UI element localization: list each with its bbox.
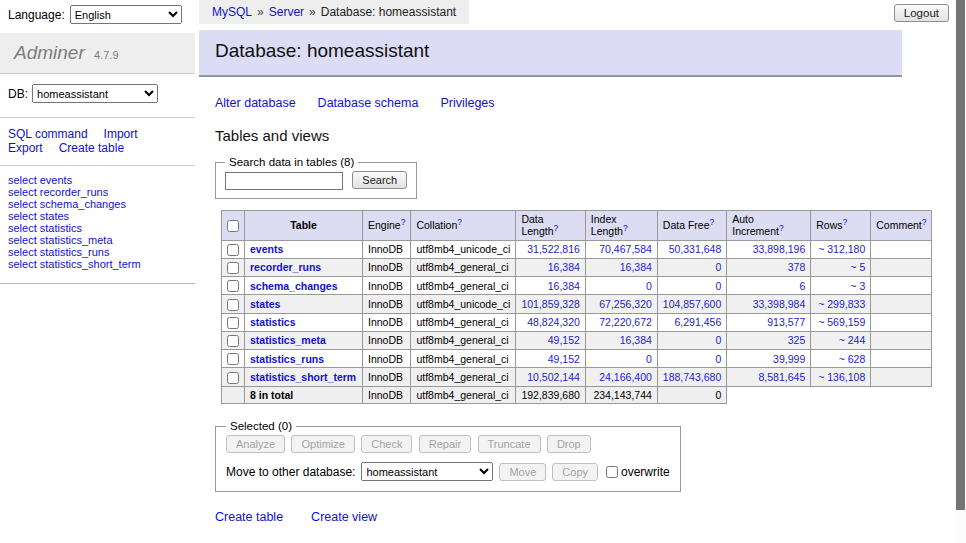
rows-count-link[interactable]: ~ 3 xyxy=(850,280,865,292)
row-checkbox[interactable] xyxy=(227,262,239,274)
table-name-link[interactable]: statistics xyxy=(250,316,296,328)
select-statistics-runs-link[interactable]: select xyxy=(8,246,37,258)
auto-increment-link[interactable]: 33,898,196 xyxy=(753,243,806,255)
table-events-link[interactable]: events xyxy=(40,174,72,186)
truncate-button[interactable]: Truncate xyxy=(478,435,541,453)
row-checkbox[interactable] xyxy=(227,353,239,365)
data-free-link[interactable]: 188,743,680 xyxy=(663,371,721,383)
create-table-link[interactable]: Create table xyxy=(59,141,124,155)
rows-count-link[interactable]: ~ 569,159 xyxy=(818,316,865,328)
rows-count-link[interactable]: ~ 136,108 xyxy=(818,371,865,383)
data-length-link[interactable]: 10,502,144 xyxy=(527,371,580,383)
index-length-link[interactable]: 70,467,584 xyxy=(599,243,652,255)
table-name-link[interactable]: statistics_short_term xyxy=(250,371,356,383)
data-free-link[interactable]: 104,857,600 xyxy=(663,298,721,310)
scrollbar-track[interactable] xyxy=(955,0,966,543)
table-name-link[interactable]: events xyxy=(250,243,283,255)
create-view-link[interactable]: Create view xyxy=(311,510,377,524)
table-name-link[interactable]: states xyxy=(250,298,280,310)
row-checkbox[interactable] xyxy=(227,372,239,384)
data-length-link[interactable]: 16,384 xyxy=(548,280,580,292)
database-schema-link[interactable]: Database schema xyxy=(318,96,419,110)
auto-increment-link[interactable]: 913,577 xyxy=(767,316,805,328)
repair-button[interactable]: Repair xyxy=(419,435,471,453)
auto-increment-link[interactable]: 39,999 xyxy=(773,353,805,365)
select-all-checkbox[interactable] xyxy=(227,220,239,232)
analyze-button[interactable]: Analyze xyxy=(226,435,285,453)
import-link[interactable]: Import xyxy=(104,127,138,141)
data-free-link[interactable]: 0 xyxy=(715,261,721,273)
data-length-help-link[interactable]: ? xyxy=(554,223,559,233)
breadcrumb-server-link[interactable]: Server xyxy=(269,5,304,19)
index-length-help-link[interactable]: ? xyxy=(623,223,628,233)
table-name-link[interactable]: recorder_runs xyxy=(250,261,321,273)
rows-help-link[interactable]: ? xyxy=(843,217,848,227)
row-checkbox[interactable] xyxy=(227,317,239,329)
select-schema-changes-link[interactable]: select xyxy=(8,198,37,210)
index-length-link[interactable]: 24,166,400 xyxy=(599,371,652,383)
export-link[interactable]: Export xyxy=(8,141,43,155)
table-name-link[interactable]: schema_changes xyxy=(250,280,338,292)
create-table-main-link[interactable]: Create table xyxy=(215,510,283,524)
index-length-link[interactable]: 16,384 xyxy=(620,334,652,346)
collation-help-link[interactable]: ? xyxy=(457,217,462,227)
select-states-link[interactable]: select xyxy=(8,210,37,222)
rows-count-link[interactable]: ~ 312,180 xyxy=(818,243,865,255)
auto-increment-link[interactable]: 378 xyxy=(788,261,806,273)
rows-count-link[interactable]: ~ 5 xyxy=(850,261,865,273)
scrollbar-thumb[interactable] xyxy=(956,0,965,510)
comment-help-link[interactable]: ? xyxy=(922,217,927,227)
index-length-link[interactable]: 0 xyxy=(646,280,652,292)
row-checkbox[interactable] xyxy=(227,244,239,256)
rows-count-link[interactable]: ~ 299,833 xyxy=(818,298,865,310)
data-free-help-link[interactable]: ? xyxy=(710,217,715,227)
data-free-link[interactable]: 0 xyxy=(715,353,721,365)
index-length-link[interactable]: 16,384 xyxy=(620,261,652,273)
table-statistics-link[interactable]: statistics xyxy=(40,222,82,234)
data-length-link[interactable]: 101,859,328 xyxy=(521,298,579,310)
data-length-link[interactable]: 16,384 xyxy=(548,261,580,273)
drop-button[interactable]: Drop xyxy=(547,435,591,453)
overwrite-checkbox[interactable] xyxy=(606,466,618,478)
logout-button[interactable]: Logout xyxy=(894,4,949,22)
table-statistics-short-term-link[interactable]: statistics_short_term xyxy=(40,258,141,270)
table-statistics-runs-link[interactable]: statistics_runs xyxy=(40,246,110,258)
data-length-link[interactable]: 49,152 xyxy=(548,353,580,365)
check-button[interactable]: Check xyxy=(361,435,412,453)
auto-increment-help-link[interactable]: ? xyxy=(779,223,784,233)
db-select[interactable]: homeassistant xyxy=(32,84,158,103)
select-statistics-meta-link[interactable]: select xyxy=(8,234,37,246)
data-free-link[interactable]: 6,291,456 xyxy=(675,316,722,328)
breadcrumb-mysql-link[interactable]: MySQL xyxy=(212,5,252,19)
language-select[interactable]: English xyxy=(70,5,182,24)
index-length-link[interactable]: 0 xyxy=(646,353,652,365)
row-checkbox[interactable] xyxy=(227,280,239,292)
select-events-link[interactable]: select xyxy=(8,174,37,186)
data-length-link[interactable]: 48,824,320 xyxy=(527,316,580,328)
index-length-link[interactable]: 72,220,672 xyxy=(599,316,652,328)
select-statistics-link[interactable]: select xyxy=(8,222,37,234)
data-free-link[interactable]: 50,331,648 xyxy=(669,243,722,255)
copy-button[interactable]: Copy xyxy=(552,463,598,481)
search-button[interactable]: Search xyxy=(352,171,407,189)
index-length-link[interactable]: 67,256,320 xyxy=(599,298,652,310)
data-free-link[interactable]: 0 xyxy=(715,280,721,292)
alter-database-link[interactable]: Alter database xyxy=(215,96,296,110)
data-length-link[interactable]: 49,152 xyxy=(548,334,580,346)
move-button[interactable]: Move xyxy=(499,463,546,481)
rows-count-link[interactable]: ~ 628 xyxy=(839,353,866,365)
table-name-link[interactable]: statistics_runs xyxy=(250,353,324,365)
select-statistics-short-term-link[interactable]: select xyxy=(8,258,37,270)
rows-count-link[interactable]: ~ 244 xyxy=(839,334,866,346)
table-name-link[interactable]: statistics_meta xyxy=(250,334,326,346)
data-length-link[interactable]: 31,522,816 xyxy=(527,243,580,255)
select-recorder-runs-link[interactable]: select xyxy=(8,186,37,198)
auto-increment-link[interactable]: 325 xyxy=(788,334,806,346)
move-database-select[interactable]: homeassistant xyxy=(361,462,493,481)
auto-increment-link[interactable]: 33,398,984 xyxy=(753,298,806,310)
sql-command-link[interactable]: SQL command xyxy=(8,127,88,141)
privileges-link[interactable]: Privileges xyxy=(440,96,494,110)
table-recorder-runs-link[interactable]: recorder_runs xyxy=(40,186,108,198)
table-statistics-meta-link[interactable]: statistics_meta xyxy=(40,234,113,246)
auto-increment-link[interactable]: 8,581,645 xyxy=(759,371,806,383)
